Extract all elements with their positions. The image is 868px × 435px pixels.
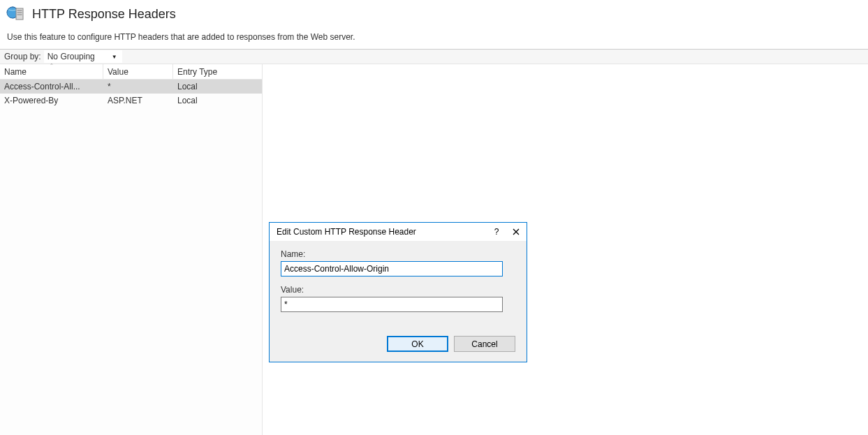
grid-header-row: ⌃ Name Value Entry Type [0,64,262,80]
group-by-label: Group by: [4,52,41,61]
edit-header-dialog: Edit Custom HTTP Response Header ? Name:… [269,222,527,362]
column-header-entry-type[interactable]: Entry Type [173,64,261,79]
http-headers-icon [6,4,25,24]
cell-name: Access-Control-All... [0,82,103,91]
svg-rect-4 [17,14,22,15]
cell-entry-type: Local [173,82,261,91]
value-field-label: Value: [281,285,515,295]
help-button[interactable]: ? [492,227,501,237]
group-by-dropdown[interactable]: No Grouping ▼ [44,50,122,63]
cell-entry-type: Local [173,96,261,105]
value-input[interactable] [281,297,503,312]
cell-value: ASP.NET [103,96,173,105]
group-by-value: No Grouping [47,52,95,61]
dialog-title: Edit Custom HTTP Response Header [277,227,416,237]
cell-name: X-Powered-By [0,96,103,105]
toolbar: Group by: No Grouping ▼ [0,49,868,64]
name-input[interactable] [281,261,503,277]
table-row[interactable]: Access-Control-All... * Local [0,80,262,94]
name-field-label: Name: [281,249,515,259]
dialog-titlebar[interactable]: Edit Custom HTTP Response Header ? [270,223,527,241]
svg-rect-3 [17,12,22,13]
cell-value: * [103,82,173,91]
close-icon [513,228,520,235]
svg-rect-2 [17,10,22,11]
sort-indicator-icon: ⌃ [50,64,54,68]
ok-button[interactable]: OK [387,336,448,352]
column-header-name[interactable]: ⌃ Name [0,64,103,79]
close-button[interactable] [511,227,521,237]
chevron-down-icon: ▼ [112,54,119,60]
column-header-value[interactable]: Value [103,64,173,79]
page-header: HTTP Response Headers [0,0,868,29]
headers-grid: ⌃ Name Value Entry Type Access-Control-A… [0,64,263,435]
grid-body: Access-Control-All... * Local X-Powered-… [0,80,262,108]
table-row[interactable]: X-Powered-By ASP.NET Local [0,94,262,108]
page-description: Use this feature to configure HTTP heade… [0,29,868,49]
page-title: HTTP Response Headers [32,7,176,22]
cancel-button[interactable]: Cancel [454,336,515,352]
